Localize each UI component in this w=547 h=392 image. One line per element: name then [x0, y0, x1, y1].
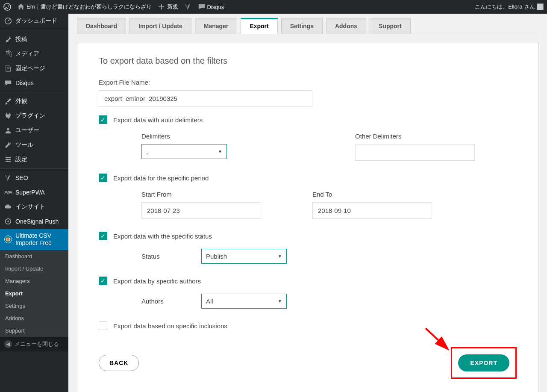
greeting-link[interactable]: こんにちは、Ellora さん — [475, 3, 544, 11]
svg-point-6 — [6, 161, 8, 162]
yoast-icon[interactable] — [184, 3, 192, 11]
wrench-icon — [4, 141, 12, 149]
seo-icon — [4, 174, 12, 182]
menu-tools[interactable]: ツール — [0, 138, 68, 152]
chevron-down-icon: ▼ — [218, 149, 222, 154]
menu-users[interactable]: ユーザー — [0, 123, 68, 138]
svg-point-4 — [6, 157, 8, 159]
menu-onesignal[interactable]: OneSignal Push — [0, 214, 68, 229]
export-highlight-annotation: EXPORT — [451, 347, 517, 379]
cb-auto-label: Export data with auto delimiters — [113, 116, 203, 124]
start-date-input[interactable] — [141, 202, 261, 219]
end-label: End To — [312, 191, 432, 198]
filename-input[interactable] — [99, 90, 312, 107]
status-select[interactable]: Publish▼ — [201, 249, 287, 264]
cb-authors-label: Export data by specific authors — [113, 277, 201, 285]
menu-pages[interactable]: 固定ページ — [0, 61, 68, 76]
tab-dashboard[interactable]: Dashboard — [77, 18, 126, 34]
checkbox-authors[interactable]: ✓ — [99, 277, 107, 285]
menu-superpwa[interactable]: PWASuperPWA — [0, 185, 68, 200]
export-button[interactable]: EXPORT — [458, 354, 509, 371]
tab-export[interactable]: Export — [241, 18, 277, 34]
delimiters-select[interactable]: ,▼ — [141, 144, 227, 159]
menu-media[interactable]: メディア — [0, 47, 68, 61]
collapse-icon: ◀ — [4, 340, 12, 348]
avatar — [537, 3, 544, 10]
back-button[interactable]: BACK — [99, 355, 139, 371]
new-link[interactable]: 新規 — [158, 3, 178, 11]
other-delim-input[interactable] — [355, 144, 475, 161]
authors-label: Authors — [141, 298, 176, 305]
tab-support[interactable]: Support — [370, 18, 411, 34]
checkbox-auto-delimiters[interactable]: ✓ — [99, 115, 107, 124]
sub-import[interactable]: Import / Update — [0, 262, 68, 275]
media-icon — [4, 50, 12, 58]
collapse-menu[interactable]: ◀メニューを閉じる — [0, 337, 68, 351]
menu-csv-importer[interactable]: Ultimate CSV Importer Free — [0, 229, 68, 250]
end-date-input[interactable] — [312, 202, 432, 219]
menu-plugins[interactable]: プラグイン — [0, 109, 68, 123]
svg-point-2 — [6, 52, 9, 54]
menu-posts[interactable]: 投稿 — [0, 32, 68, 47]
export-panel: To export data based on the filters Expo… — [77, 43, 538, 392]
pwa-icon: PWA — [4, 189, 12, 196]
disqus-link[interactable]: Disqus — [198, 3, 224, 11]
dashboard-icon — [4, 17, 12, 25]
submenu: Dashboard Import / Update Managers Expor… — [0, 250, 68, 337]
menu-seo[interactable]: SEO — [0, 171, 68, 185]
checkbox-period[interactable]: ✓ — [99, 174, 107, 182]
site-title: Em｜書けど書けどなおわが暮らしラクにならざり — [26, 3, 152, 11]
start-label: Start From — [141, 191, 261, 198]
panel-heading: To export data based on the filters — [99, 56, 517, 66]
authors-select[interactable]: All▼ — [201, 294, 287, 309]
svg-point-5 — [9, 159, 11, 160]
sub-settings[interactable]: Settings — [0, 300, 68, 312]
svg-point-3 — [7, 128, 9, 130]
menu-settings[interactable]: 設定 — [0, 152, 68, 167]
checkbox-inclusions[interactable] — [99, 321, 107, 330]
sub-dashboard[interactable]: Dashboard — [0, 250, 68, 262]
tab-import[interactable]: Import / Update — [129, 18, 191, 34]
status-label: Status — [141, 253, 176, 260]
menu-dashboard[interactable]: ダッシュボード — [0, 14, 68, 28]
admin-bar: Em｜書けど書けどなおわが暮らしラクにならざり 新規 Disqus こんにちは、… — [0, 0, 547, 14]
tab-manager[interactable]: Manager — [195, 18, 238, 34]
menu-disqus[interactable]: Disqus — [0, 76, 68, 90]
annotation-arrow-icon — [422, 325, 456, 355]
cloud-icon — [4, 203, 12, 211]
chevron-down-icon: ▼ — [278, 299, 282, 304]
pin-icon — [4, 35, 12, 43]
tab-settings[interactable]: Settings — [281, 18, 323, 34]
tabs: Dashboard Import / Update Manager Export… — [77, 18, 538, 34]
sliders-icon — [4, 156, 12, 163]
cb-inclusions-label: Export data based on specific inclusions — [113, 322, 227, 330]
bell-icon — [4, 218, 12, 225]
site-link[interactable]: Em｜書けど書けどなおわが暮らしラクにならざり — [17, 3, 152, 11]
wp-logo[interactable] — [3, 3, 11, 11]
delimiters-label: Delimiters — [141, 133, 227, 140]
svg-line-9 — [426, 328, 446, 347]
brush-icon — [4, 97, 12, 105]
admin-sidebar: ダッシュボード 投稿 メディア 固定ページ Disqus 外観 プラグイン ユー… — [0, 14, 68, 392]
sub-addons[interactable]: Addons — [0, 312, 68, 324]
user-icon — [4, 127, 12, 134]
sub-export[interactable]: Export — [0, 287, 68, 300]
cb-status-label: Export data with the specific status — [113, 233, 212, 240]
svg-point-8 — [7, 221, 9, 222]
comment-icon — [4, 79, 12, 87]
menu-insights[interactable]: インサイト — [0, 200, 68, 214]
checkbox-status[interactable]: ✓ — [99, 232, 107, 240]
filename-label: Export File Name: — [99, 79, 517, 86]
cb-period-label: Export data for the specific period — [113, 174, 209, 182]
menu-appearance[interactable]: 外観 — [0, 94, 68, 109]
tab-addons[interactable]: Addons — [326, 18, 366, 34]
chevron-down-icon: ▼ — [278, 254, 282, 259]
sub-managers[interactable]: Managers — [0, 275, 68, 287]
sub-support[interactable]: Support — [0, 324, 68, 337]
page-icon — [4, 65, 12, 72]
csv-icon — [4, 236, 12, 243]
other-delim-label: Other Delimiters — [355, 133, 475, 140]
plug-icon — [4, 112, 12, 120]
